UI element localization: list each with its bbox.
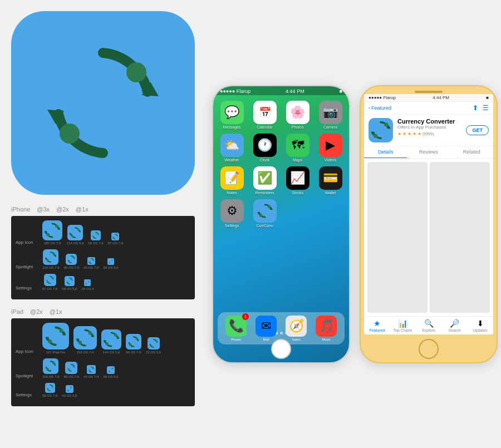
ipad-spotlight-40: 40 OS 7-9 [84,365,99,378]
nav-top-charts[interactable]: 📊 Top Charts [390,319,415,332]
app-label: Photos [292,125,304,129]
ios-app-notes[interactable]: 📝 Notes [217,166,247,195]
nav-updates[interactable]: ⬇ Updates [468,319,493,332]
appstore-screen: ●●●●● Flarup 4:44 PM ■ ‹ Featured ⬆ ☰ [364,94,493,334]
screenshot-2 [430,162,490,313]
search-label: Search [448,328,460,332]
ios-app-settings[interactable]: ⚙ Settings [217,199,247,228]
icon-img [91,230,101,240]
app-label: Maps [293,158,302,162]
svg-point-30 [89,281,90,282]
iphone-spotlight-row: Spotlight 120 OS 7-9 80 OS 7-9 [16,249,190,269]
iphone-icon-87: 87 OS 7-9 [108,233,123,245]
ios-app-weather[interactable]: ⛅ Weather [217,134,247,162]
icon-img [42,220,62,240]
iphone-settings-29: 29 OS 4 [81,279,94,291]
app-icon: 🕐 [253,134,277,157]
ipad-label: iPad [11,308,23,315]
ios-app-maps[interactable]: 🗺 Maps [282,134,313,162]
icon-img [87,257,95,265]
search-icon: 🔎 [450,319,459,328]
icon-img [65,276,75,286]
ios-app-wallet[interactable]: 💳 Wallet [315,166,346,195]
nav-featured[interactable]: ★ Featured [364,319,390,332]
tab-details[interactable]: Details [364,146,407,158]
get-button[interactable]: GET [466,125,489,135]
ipad-spotlight-row: Spotlight 100 OS 7-9 80 OS 7-9 [16,358,190,378]
icon-img [66,254,77,265]
ipad-spotlight-80: 80 OS 7-9 [64,362,79,378]
ios-app-videos[interactable]: ▶ Videos [315,134,346,162]
app-label: Calendar [257,125,272,129]
iphone-icon-grid: App Icon 180 OS 7-9 114 OS 5,6 [11,216,195,299]
nav-explore[interactable]: 🔍 Explore [416,319,441,332]
share-icon[interactable]: ⬆ [473,104,478,112]
dock-safari[interactable]: 🧭 Safari [286,316,307,341]
svg-point-45 [129,343,132,346]
ios-app-stocks[interactable]: 📈 Stocks [282,166,313,195]
app-icon-svg [42,42,164,164]
ios-app-camera[interactable]: 📷 Camera [315,101,346,129]
updates-icon: ⬇ [477,319,484,328]
svg-point-48 [53,362,56,365]
dock-music[interactable]: 🎵 Music [316,316,337,341]
tab-reviews[interactable]: Reviews [407,146,450,158]
app-icon: 📅 [253,101,277,124]
iphone-label: iPhone [11,206,30,213]
ios-app-currency[interactable]: CurrConv [249,199,280,228]
svg-point-11 [71,234,73,237]
back-button[interactable]: ‹ Featured [369,105,391,111]
gold-home-button[interactable] [419,339,439,359]
svg-point-24 [111,260,112,261]
ios-app-messages[interactable]: 💬 Messages [217,101,247,129]
appstore-mockup-container: ●●●●● Flarup 4:44 PM ■ ‹ Featured ⬆ ☰ [360,85,498,363]
nav-search[interactable]: 🔎 Search [441,319,467,332]
iphone-home-button[interactable] [271,339,291,359]
iphone-mockup-gold: ●●●●● Flarup 4:44 PM ■ ‹ Featured ⬆ ☰ [360,85,498,363]
svg-point-62 [267,205,271,208]
appstore-status-left: ●●●●● Flarup [369,95,396,100]
ios-app-photos[interactable]: 🌸 Photos [282,101,313,129]
dock-music-label: Music [322,338,331,341]
right-panel: ●●●●● Flarup 4:44 PM ■ ‹ Featured ⬆ ☰ [356,0,501,448]
dock-mail-icon: ✉ [256,316,277,337]
star-5: ★ [418,131,421,136]
app-label: CurrConv [257,224,273,228]
svg-point-66 [384,122,388,126]
ios-app-calendar[interactable]: 📅 Calendar [249,101,280,129]
explore-label: Explore [422,328,435,332]
svg-point-56 [51,385,53,387]
app-icon: ✅ [253,166,277,190]
ipad-settings-row: Settings 58 OS 7-9 40 OS 5,6 [16,383,190,397]
svg-point-57 [47,389,49,391]
svg-point-14 [116,234,118,236]
dock-phone[interactable]: 📞 1 Phone [225,316,247,341]
ios-app-clock[interactable]: 🕐 Clock [249,134,280,162]
svg-point-51 [68,369,70,371]
icon-size-label: 96 OS 7-9 [126,351,141,354]
appstore-bottom-nav: ★ Featured 📊 Top Charts 🔍 Explore 🔎 Sear… [364,316,493,334]
icon-img [73,326,97,349]
ipad-settings-label: Settings [16,392,38,397]
svg-point-26 [51,277,53,279]
icon-img [126,334,141,349]
icon-size-label: 80 OS 7-9 [64,375,79,378]
tab-related[interactable]: Related [450,146,493,158]
icon-size-label: 40 OS 5,6 [62,394,77,397]
app-label: Camera [323,125,337,129]
svg-point-31 [86,283,87,284]
featured-label: Featured [369,328,385,332]
svg-point-46 [155,340,157,342]
svg-point-47 [150,344,152,347]
iphone-icon-180: 180 OS 7-9 [42,220,62,245]
app-label: Stocks [292,191,303,195]
dock-mail[interactable]: ✉ Mail [256,316,277,341]
icon-size-label: 58 OS 5,6 [103,375,118,378]
app-label: Weather [224,158,239,162]
iphone-settings-label: Settings [16,285,38,291]
svg-point-63 [259,214,262,217]
ios-app-reminders[interactable]: ✅ Reminders [249,166,280,195]
app-icon: 📝 [220,166,244,190]
gold-speaker [415,91,443,93]
list-icon[interactable]: ☰ [483,104,489,112]
